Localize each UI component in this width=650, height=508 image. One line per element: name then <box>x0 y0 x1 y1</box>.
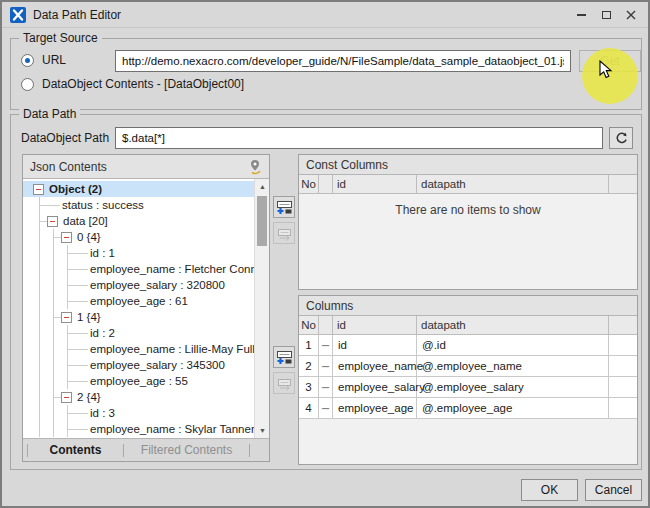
dataobject-radio[interactable] <box>21 78 34 91</box>
add-column-icon <box>276 200 293 215</box>
json-contents-header: Json Contents <box>23 155 269 179</box>
tree-node[interactable]: id : 3 <box>23 405 254 421</box>
ok-button[interactable]: OK <box>521 479 578 501</box>
row-dash-icon: ─ <box>319 377 333 397</box>
cancel-button[interactable]: Cancel <box>585 479 642 501</box>
tree-node[interactable]: 0 {4} <box>23 229 254 245</box>
const-columns-table-body: There are no items to show <box>299 194 637 289</box>
window-title: Data Path Editor <box>33 8 121 22</box>
tree-node[interactable]: employee_name : Fletcher Connolly <box>23 261 254 277</box>
row-dash-icon: ─ <box>319 356 333 376</box>
col-header-id: id <box>333 175 417 193</box>
const-columns-panel: Const Columns No id datapath There are n… <box>298 154 638 290</box>
tree-node-label: 1 {4} <box>76 311 101 323</box>
add-column-icon <box>276 350 293 365</box>
tree-node[interactable]: employee_age : 61 <box>23 293 254 309</box>
dataobject-radio-label: DataObject Contents - [DataObject00] <box>42 77 244 91</box>
refresh-icon <box>615 132 628 145</box>
columns-row[interactable]: 2─employee_name@.employee_name <box>299 356 637 377</box>
columns-row[interactable]: 4─employee_age@.employee_age <box>299 398 637 419</box>
move-const-column-button[interactable] <box>273 222 295 244</box>
url-radio[interactable] <box>21 54 34 67</box>
refresh-path-button[interactable] <box>609 127 633 149</box>
tree-node[interactable]: employee_salary : 320800 <box>23 277 254 293</box>
tree-collapse-icon[interactable] <box>61 392 72 403</box>
tree-scrollbar[interactable]: ▲ ▼ <box>254 179 269 438</box>
close-icon <box>626 10 636 20</box>
scroll-up-icon[interactable]: ▲ <box>255 179 269 194</box>
maximize-icon <box>602 11 611 19</box>
target-source-legend: Target Source <box>19 31 102 45</box>
tree-node[interactable]: Object (2) <box>23 181 254 197</box>
row-dash-icon: ─ <box>319 335 333 355</box>
data-path-editor-dialog: Data Path Editor Target Source URL Get D… <box>0 0 650 508</box>
tab-contents[interactable]: Contents <box>28 439 123 461</box>
add-column-button[interactable] <box>273 346 295 368</box>
data-path-legend: Data Path <box>19 107 80 121</box>
scroll-thumb[interactable] <box>257 196 267 246</box>
json-tree-wrap: Object (2)status : successdata [20]0 {4}… <box>23 179 269 438</box>
tree-node-label: id : 3 <box>89 407 115 419</box>
col-header-blank <box>319 175 333 193</box>
url-radio-label: URL <box>42 53 66 67</box>
tree-node[interactable]: employee_age : 55 <box>23 373 254 389</box>
tree-node[interactable]: 1 {4} <box>23 309 254 325</box>
dataobject-radio-row[interactable]: DataObject Contents - [DataObject00] <box>21 76 244 92</box>
columns-panel: Columns No id datapath 1─id@.id2─employe… <box>298 295 638 465</box>
columns-table-body: 1─id@.id2─employee_name@.employee_name3─… <box>299 335 637 464</box>
minimize-button[interactable] <box>572 6 590 24</box>
col-header-id: id <box>333 316 417 334</box>
tree-collapse-icon[interactable] <box>33 184 44 195</box>
tree-collapse-icon[interactable] <box>61 312 72 323</box>
locate-path-icon[interactable] <box>248 159 262 175</box>
col-header-datapath: datapath <box>417 316 609 334</box>
tree-collapse-icon[interactable] <box>47 216 58 227</box>
json-contents-panel: Json Contents Object (2)status : success… <box>22 154 270 462</box>
close-button[interactable] <box>622 6 640 24</box>
tree-node[interactable]: employee_name : Skylar Tanner <box>23 421 254 437</box>
add-const-column-button[interactable] <box>273 196 295 218</box>
tree-node[interactable]: employee_name : Lillie-May Fuller <box>23 341 254 357</box>
tree-node-label: data [20] <box>62 215 108 227</box>
dataobject-path-input[interactable] <box>115 127 603 149</box>
tree-node-label: status : success <box>61 199 144 211</box>
const-columns-table-header: No id datapath <box>299 175 637 194</box>
const-columns-header: Const Columns <box>299 155 637 175</box>
scroll-down-icon[interactable]: ▼ <box>255 423 269 438</box>
tree-node-label: employee_name : Skylar Tanner <box>89 423 254 435</box>
tree-node-label: employee_salary : 320800 <box>89 279 225 291</box>
columns-row[interactable]: 1─id@.id <box>299 335 637 356</box>
tree-node-label: id : 2 <box>89 327 115 339</box>
json-tree: Object (2)status : successdata [20]0 {4}… <box>23 179 254 438</box>
tree-node[interactable]: status : success <box>23 197 254 213</box>
tree-node-label: Object (2) <box>48 183 102 195</box>
title-bar[interactable]: Data Path Editor <box>2 2 648 28</box>
tree-collapse-icon[interactable] <box>61 232 72 243</box>
columns-title: Columns <box>306 299 353 313</box>
maximize-button[interactable] <box>597 6 615 24</box>
col-header-blank <box>319 316 333 334</box>
tree-node[interactable]: id : 1 <box>23 245 254 261</box>
tree-node[interactable]: data [20] <box>23 213 254 229</box>
tree-node[interactable]: 2 {4} <box>23 389 254 405</box>
url-radio-row[interactable]: URL <box>21 52 66 68</box>
columns-header: Columns <box>299 296 637 316</box>
json-contents-title: Json Contents <box>30 160 107 174</box>
columns-row[interactable]: 3─employee_salary@.employee_salary <box>299 377 637 398</box>
tree-node[interactable]: id : 2 <box>23 325 254 341</box>
tree-node-label: 2 {4} <box>76 391 101 403</box>
tree-node[interactable]: employee_salary : 345300 <box>23 357 254 373</box>
columns-table-header: No id datapath <box>299 316 637 335</box>
minimize-icon <box>577 14 586 16</box>
tree-node-label: employee_name : Fletcher Connolly <box>89 263 254 275</box>
tree-node-label: employee_age : 55 <box>89 375 188 387</box>
empty-message: There are no items to show <box>299 203 637 217</box>
url-input[interactable] <box>115 50 571 72</box>
move-column-icon <box>276 226 293 241</box>
tree-node-label: 0 {4} <box>76 231 101 243</box>
move-column-button[interactable] <box>273 372 295 394</box>
get-button[interactable]: Get <box>579 50 641 72</box>
target-source-group: Target Source URL Get DataObject Content… <box>10 38 642 110</box>
tree-node-label: employee_age : 61 <box>89 295 188 307</box>
tab-filtered-contents[interactable]: Filtered Contents <box>124 439 249 461</box>
